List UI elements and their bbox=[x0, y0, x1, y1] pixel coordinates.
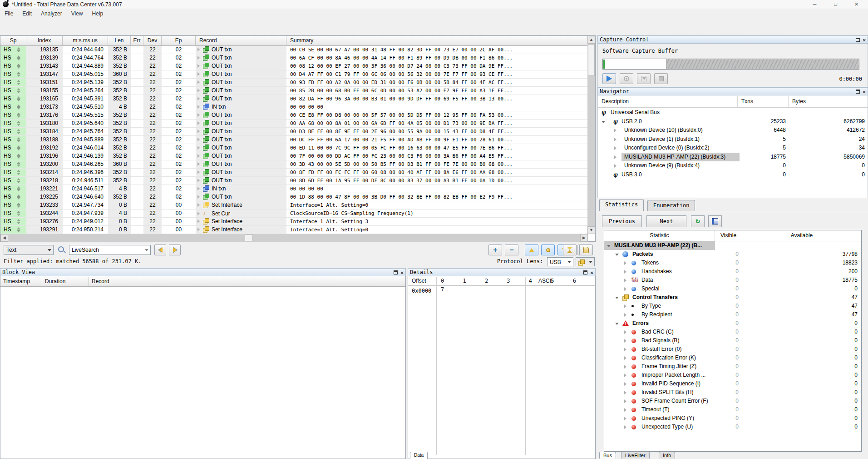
chevron-right-icon[interactable] bbox=[624, 399, 626, 403]
expand-chevron-icon[interactable] bbox=[197, 130, 200, 133]
record-cell[interactable]: OUT txn bbox=[196, 177, 286, 185]
details-tab-data[interactable]: Data bbox=[410, 452, 428, 459]
chevron-right-icon[interactable] bbox=[624, 374, 626, 377]
col-header-ep[interactable]: Ep bbox=[162, 36, 196, 45]
navigator-row[interactable]: ψUSB 2.0252336262799 bbox=[598, 117, 868, 126]
chevron-right-icon[interactable] bbox=[624, 391, 626, 394]
table-row[interactable]: HS1931470:24.945.015360 B2202OUT txn00 D… bbox=[0, 70, 588, 79]
table-row[interactable]: HS1931350:24.944.640352 B2202OUT txn00 C… bbox=[0, 46, 588, 54]
minimize-button[interactable]: ─ bbox=[804, 0, 825, 9]
menu-edit[interactable]: Edit bbox=[18, 9, 36, 18]
float-panel-icon[interactable] bbox=[394, 270, 398, 274]
chevron-right-icon[interactable] bbox=[614, 146, 616, 150]
record-cell[interactable]: OUT txn bbox=[196, 128, 286, 135]
menu-file[interactable]: File bbox=[0, 9, 18, 18]
table-row[interactable]: HS1931920:24.946.014352 B2202OUT txn00 E… bbox=[0, 144, 588, 152]
zoom-out-button[interactable]: − bbox=[505, 244, 518, 255]
vertical-scroll-thumb[interactable] bbox=[588, 44, 595, 76]
go-to-top-button[interactable] bbox=[525, 244, 538, 255]
close-button[interactable]: ✕ bbox=[846, 0, 867, 9]
chevron-right-icon[interactable] bbox=[624, 365, 626, 369]
table-row[interactable]: HS1932000:24.946.265360 B2202OUT txn00 3… bbox=[0, 160, 588, 169]
tab-enumeration[interactable]: Enumeration bbox=[647, 200, 695, 211]
float-panel-icon[interactable] bbox=[856, 38, 860, 42]
navigator-row[interactable]: MUSILAND MU3 HP-AMP (22) (BusIdx:3)18775… bbox=[598, 153, 868, 162]
chevron-right-icon[interactable] bbox=[614, 164, 616, 168]
scroll-left-button[interactable]: ◀ bbox=[0, 234, 8, 242]
navigator-row[interactable]: ψUniversal Serial Bus bbox=[598, 108, 868, 117]
tab-livefilter[interactable]: LiveFilter bbox=[621, 452, 650, 459]
chevron-right-icon[interactable] bbox=[624, 382, 626, 386]
table-row[interactable]: HS1932910:24.950.2140 B2200Set Interface… bbox=[0, 226, 588, 234]
col-header-timestamp[interactable]: Timestamp bbox=[0, 277, 42, 286]
chevron-right-icon[interactable] bbox=[624, 287, 626, 291]
capture-download-button[interactable] bbox=[637, 73, 651, 84]
chevron-down-icon[interactable] bbox=[615, 254, 619, 256]
statistics-row[interactable]: Special00 bbox=[604, 284, 861, 293]
collapse-all-button[interactable] bbox=[563, 244, 577, 255]
statistics-row[interactable]: Invalid PID Sequence (I)00 bbox=[604, 379, 861, 388]
record-cell[interactable]: OUT txn bbox=[196, 54, 286, 62]
lens-layers-select[interactable] bbox=[576, 257, 595, 266]
tab-statistics[interactable]: Statistics bbox=[599, 199, 644, 211]
menu-analyzer[interactable]: Analyzer bbox=[36, 9, 67, 18]
livesearch-input[interactable]: LiveSearch bbox=[69, 245, 151, 255]
record-cell[interactable]: OUT txn bbox=[196, 144, 286, 152]
statistics-row[interactable]: By Type047 bbox=[604, 302, 861, 310]
table-row[interactable]: HS1931650:24.945.391352 B2202OUT txn00 8… bbox=[0, 95, 588, 103]
table-row[interactable]: HS1931730:24.945.5104 B2202IN txn00 00 0… bbox=[0, 103, 588, 111]
table-row[interactable]: HS1931800:24.945.640352 B2202OUT txn00 A… bbox=[0, 120, 588, 128]
chevron-right-icon[interactable] bbox=[624, 270, 626, 274]
protocol-lens-select[interactable]: USB bbox=[547, 257, 573, 266]
col-header-len[interactable]: Len bbox=[108, 36, 131, 45]
record-cell[interactable]: OUT txn bbox=[196, 87, 286, 95]
record-cell[interactable]: OUT txn bbox=[196, 169, 286, 176]
col-header-available[interactable]: Available bbox=[742, 230, 861, 241]
statistics-row[interactable]: SOF Frame Count Error (F)00 bbox=[604, 397, 861, 405]
expand-chevron-icon[interactable] bbox=[197, 113, 200, 117]
record-cell[interactable]: ♪Set Cur bbox=[196, 210, 286, 217]
chevron-right-icon[interactable] bbox=[624, 417, 626, 420]
navigator-row[interactable]: Unknown Device (1) (BusIdx:1)524 bbox=[598, 135, 868, 144]
script-log-button[interactable] bbox=[579, 244, 593, 255]
table-row[interactable]: HS1932440:24.947.9394 B2200♪Set CurClock… bbox=[0, 210, 588, 218]
expand-chevron-icon[interactable] bbox=[197, 212, 200, 215]
record-cell[interactable]: IN txn bbox=[196, 103, 286, 111]
record-cell[interactable]: OUT txn bbox=[196, 111, 286, 119]
statistics-row[interactable]: Improper Packet Length ...00 bbox=[604, 371, 861, 379]
record-cell[interactable]: OUT txn bbox=[196, 70, 286, 78]
statistics-row[interactable]: Handshakes0200 bbox=[604, 267, 861, 276]
table-row[interactable]: HS1932140:24.946.396352 B2202OUT txn00 8… bbox=[0, 169, 588, 177]
menu-help[interactable]: Help bbox=[88, 9, 108, 18]
record-cell[interactable]: OUT txn bbox=[196, 136, 286, 144]
table-row[interactable]: HS1931960:24.946.139352 B2202OUT txn00 7… bbox=[0, 152, 588, 160]
table-row[interactable]: HS1931840:24.945.764352 B2202OUT txn00 D… bbox=[0, 128, 588, 136]
expand-chevron-icon[interactable] bbox=[197, 80, 200, 84]
table-row[interactable]: HS1931430:24.944.889352 B2202OUT txn00 0… bbox=[0, 62, 588, 70]
expand-chevron-icon[interactable] bbox=[197, 97, 200, 100]
col-header-record[interactable]: Record bbox=[89, 277, 405, 286]
expand-chevron-icon[interactable] bbox=[197, 154, 200, 158]
expand-chevron-icon[interactable] bbox=[197, 138, 200, 141]
capture-stop-button[interactable] bbox=[654, 73, 668, 84]
navigator-row[interactable]: ψUSB 3.000 bbox=[598, 170, 868, 180]
col-header-err[interactable]: Err bbox=[131, 36, 143, 45]
expand-chevron-icon[interactable] bbox=[197, 72, 200, 76]
horizontal-scrollbar[interactable]: ◀ ▶ bbox=[0, 234, 588, 242]
close-panel-icon[interactable]: ✕ bbox=[400, 270, 404, 275]
chevron-right-icon[interactable] bbox=[614, 129, 616, 132]
col-header-bytes[interactable]: Bytes bbox=[789, 96, 868, 107]
navigator-row[interactable]: Unconfigured Device (0) (BusIdx:2)534 bbox=[598, 144, 868, 153]
expand-chevron-icon[interactable] bbox=[197, 195, 200, 199]
chevron-right-icon[interactable] bbox=[624, 304, 626, 308]
go-to-current-button[interactable] bbox=[541, 244, 555, 255]
chevron-right-icon[interactable] bbox=[624, 313, 626, 317]
table-row[interactable]: HS1932760:24.949.0120 B2200Set Interface… bbox=[0, 218, 588, 226]
chevron-down-icon[interactable] bbox=[615, 323, 619, 325]
chevron-right-icon[interactable] bbox=[614, 155, 616, 159]
expand-chevron-icon[interactable] bbox=[197, 56, 200, 60]
chevron-right-icon[interactable] bbox=[624, 425, 626, 429]
statistics-row[interactable]: Unexpected Type (U)00 bbox=[604, 423, 861, 431]
record-cell[interactable]: OUT txn bbox=[196, 46, 286, 54]
statistics-row[interactable]: Errors00 bbox=[604, 319, 861, 328]
